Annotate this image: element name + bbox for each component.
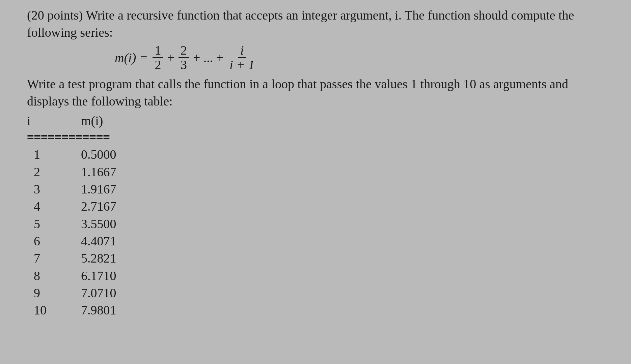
cell-m: 3.5500 bbox=[81, 215, 116, 233]
table-row: 4 2.7167 bbox=[27, 198, 604, 215]
table-row: 3 1.9167 bbox=[27, 181, 604, 198]
cell-i: 1 bbox=[27, 146, 81, 163]
frac3-den: i + 1 bbox=[227, 58, 256, 72]
table-body: 1 0.5000 2 1.1667 3 1.9167 4 2.7167 5 3.… bbox=[27, 146, 604, 319]
cell-i: 3 bbox=[27, 181, 81, 198]
table-row: 8 6.1710 bbox=[27, 267, 604, 284]
cell-m: 1.9167 bbox=[81, 181, 116, 198]
formula-plus-2: + ... + bbox=[193, 49, 223, 66]
cell-m: 0.5000 bbox=[81, 146, 116, 163]
table-row: 9 7.0710 bbox=[27, 284, 604, 302]
formula-plus-1: + bbox=[167, 49, 174, 66]
cell-m: 2.7167 bbox=[81, 198, 116, 215]
cell-m: 7.9801 bbox=[81, 302, 116, 319]
cell-i: 4 bbox=[27, 198, 81, 215]
frac2-num: 2 bbox=[179, 43, 189, 58]
cell-m: 7.0710 bbox=[81, 284, 116, 302]
formula-frac-2: 2 3 bbox=[179, 43, 189, 72]
table-row: 6 4.4071 bbox=[27, 233, 604, 250]
table-row: 2 1.1667 bbox=[27, 163, 604, 181]
table-row: 10 7.9801 bbox=[27, 302, 604, 319]
header-i: i bbox=[27, 112, 81, 129]
table-header: i m(i) bbox=[27, 112, 604, 129]
cell-i: 8 bbox=[27, 267, 81, 284]
formula-lhs: m(i) = bbox=[115, 49, 148, 66]
frac2-den: 3 bbox=[179, 58, 189, 72]
cell-i: 6 bbox=[27, 233, 81, 250]
table-divider: ============ bbox=[27, 131, 152, 143]
cell-m: 1.1667 bbox=[81, 163, 116, 181]
formula-frac-3: i i + 1 bbox=[227, 43, 256, 72]
cell-m: 6.1710 bbox=[81, 267, 116, 284]
cell-m: 4.4071 bbox=[81, 233, 116, 250]
table-row: 1 0.5000 bbox=[27, 146, 604, 163]
cell-i: 9 bbox=[27, 284, 81, 302]
formula: m(i) = 1 2 + 2 3 + ... + i i + 1 bbox=[27, 43, 604, 72]
cell-i: 2 bbox=[27, 163, 81, 181]
table-row: 5 3.5500 bbox=[27, 215, 604, 233]
cell-i: 10 bbox=[27, 302, 81, 319]
header-m: m(i) bbox=[81, 112, 103, 129]
question-intro: (20 points) Write a recursive function t… bbox=[27, 7, 604, 41]
table-row: 7 5.2821 bbox=[27, 250, 604, 267]
question-instruction: Write a test program that calls the func… bbox=[27, 75, 604, 110]
frac1-num: 1 bbox=[153, 43, 163, 58]
cell-m: 5.2821 bbox=[81, 250, 116, 267]
frac1-den: 2 bbox=[153, 58, 163, 72]
formula-frac-1: 1 2 bbox=[153, 43, 163, 72]
cell-i: 7 bbox=[27, 250, 81, 267]
frac3-num: i bbox=[238, 43, 246, 58]
cell-i: 5 bbox=[27, 215, 81, 233]
